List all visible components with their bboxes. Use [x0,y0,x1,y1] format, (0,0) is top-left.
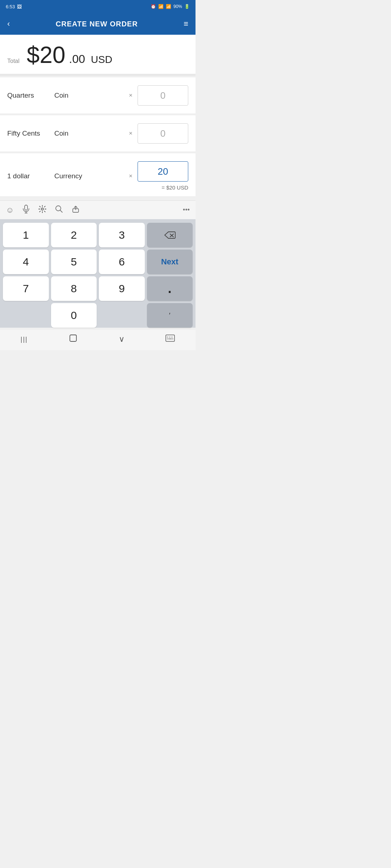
battery-display: 90% [173,4,182,9]
one-dollar-label: 1 dollar [7,172,54,180]
fifty-cents-label: Fifty Cents [7,129,54,137]
nav-bar: ‹ CREATE NEW ORDER ≡ [0,13,196,35]
menu-button[interactable]: ≡ [184,19,188,29]
keyboard-toolbar: ☺ ••• [0,200,196,219]
keyboard-row-3: 7 8 9 . [3,276,193,301]
one-dollar-subtotal: = $20 USD [161,184,188,191]
keyboard-row-2: 4 5 6 Next [3,250,193,274]
one-dollar-row: 1 dollar Currency × = $20 USD [0,153,196,197]
page-title: CREATE NEW ORDER [10,20,184,28]
key-9[interactable]: 9 [99,276,145,301]
quarters-label: Quarters [7,92,54,99]
key-comma[interactable]: ′ [147,303,193,328]
one-dollar-input[interactable] [138,161,188,182]
one-dollar-multiply: × [129,173,133,180]
total-currency: USD [91,54,112,65]
fifty-cents-row: Fifty Cents Coin × [0,115,196,152]
bottom-nav: ||| ∨ [0,330,196,350]
signal-icon: 📶 [166,4,171,9]
key-dot[interactable]: . [147,276,193,301]
keyboard-row-4: 0 ′ [3,303,193,328]
fifty-cents-input[interactable] [138,123,188,144]
key-5[interactable]: 5 [51,250,97,274]
one-dollar-type: Currency [54,172,124,180]
more-button[interactable]: ••• [183,206,190,214]
keyboard-toggle-button[interactable] [165,335,175,344]
one-dollar-input-col: = $20 USD [138,161,188,191]
svg-line-5 [60,210,62,212]
battery-icon: 🔋 [184,4,190,9]
fifty-cents-multiply: × [129,130,133,137]
keyboard-row-1: 1 2 3 [3,223,193,247]
key-4[interactable]: 4 [3,250,49,274]
home-button[interactable] [69,334,77,345]
status-bar: 6:53 🖼 ⏰ 📶 📶 90% 🔋 [0,0,196,13]
total-label: Total [7,58,20,64]
total-cents: .00 [69,52,85,66]
quarters-input[interactable] [138,85,188,106]
back-nav-button[interactable]: ∨ [119,335,125,344]
wifi-icon: 📶 [158,4,164,9]
next-key[interactable]: Next [147,250,193,274]
divider-top [0,74,196,76]
quarters-row: Quarters Coin × [0,77,196,114]
delete-key[interactable] [147,223,193,247]
recent-apps-button[interactable]: ||| [21,336,28,343]
key-1[interactable]: 1 [3,223,49,247]
image-icon: 🖼 [17,4,22,9]
key-0[interactable]: 0 [51,303,97,328]
share-button[interactable] [72,205,80,215]
total-dollars: $20 [27,43,66,67]
emoji-button[interactable]: ☺ [6,205,14,215]
key-2[interactable]: 2 [51,223,97,247]
quarters-multiply: × [129,92,133,99]
status-right: ⏰ 📶 📶 90% 🔋 [151,4,190,9]
fifty-cents-type: Coin [54,129,124,137]
key-6[interactable]: 6 [99,250,145,274]
svg-point-3 [41,208,43,210]
alarm-icon: ⏰ [151,4,156,9]
time-display: 6:53 [6,4,15,9]
settings-button[interactable] [38,205,46,215]
total-section: Total $20 .00 USD [0,35,196,74]
svg-rect-10 [166,335,175,341]
numeric-keyboard: 1 2 3 4 5 6 Next 7 8 9 . 0 ′ [0,219,196,328]
back-button[interactable]: ‹ [7,19,10,29]
key-8[interactable]: 8 [51,276,97,301]
key-3[interactable]: 3 [99,223,145,247]
svg-rect-9 [70,335,76,341]
key-7[interactable]: 7 [3,276,49,301]
quarters-type: Coin [54,92,124,99]
svg-rect-0 [25,205,28,210]
mic-button[interactable] [22,205,30,216]
search-button[interactable] [55,205,63,215]
status-left: 6:53 🖼 [6,4,22,9]
